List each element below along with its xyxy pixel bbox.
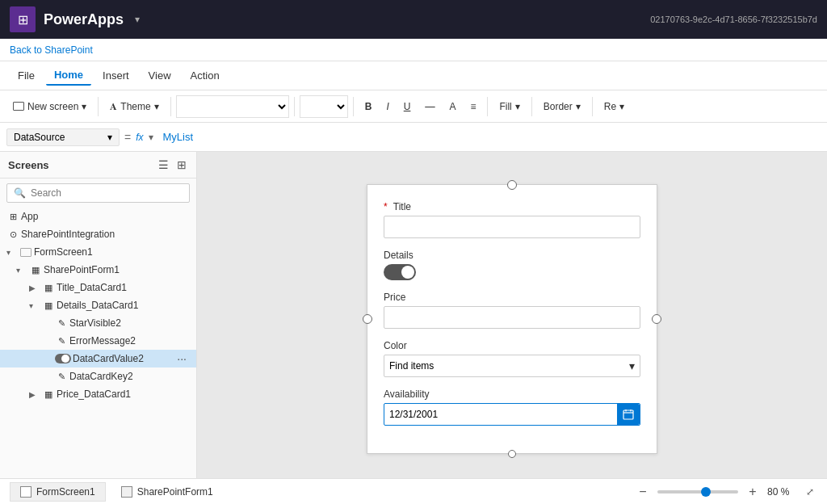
toolbar-sep-7 (592, 97, 593, 116)
align-button[interactable]: ≡ (464, 98, 482, 116)
sidebar-header: Screens ☰ ⊞ (0, 152, 196, 178)
formula-fx-button[interactable]: fx (136, 132, 143, 143)
datacardvalue2-context-menu[interactable]: ··· (174, 352, 190, 365)
color-dropdown[interactable]: Find items ▾ (384, 355, 640, 377)
canvas-area: * Title Details Price Color (197, 152, 827, 478)
screen-icon (13, 102, 24, 111)
availability-date-input[interactable] (384, 409, 617, 420)
formula-label-selector[interactable]: DataSource ▾ (6, 128, 120, 146)
zoom-minus-button[interactable]: − (635, 484, 651, 500)
formula-bar: DataSource ▾ = fx ▾ (0, 123, 827, 152)
sharepointform1-tab-icon (121, 486, 132, 498)
title-label: * Title (384, 201, 640, 212)
handle-bottom[interactable] (508, 450, 516, 458)
handle-left[interactable] (363, 314, 372, 324)
app-id: 02170763-9e2c-4d71-8656-7f3232515b7d (650, 15, 817, 24)
availability-label: Availability (384, 388, 640, 400)
title-input[interactable] (384, 216, 640, 238)
sidebar-item-errormessage2[interactable]: ▶ ✎ ErrorMessage2 (0, 332, 196, 350)
sidebar-item-app[interactable]: ⊞ App (0, 208, 196, 225)
sidebar-label-datacardkey2: DataCardKey2 (69, 371, 133, 382)
sidebar-item-title-datacard1[interactable]: ▶ ▦ Title_DataCard1 (0, 279, 196, 296)
apps-grid-button[interactable]: ⊞ (10, 6, 36, 32)
fit-screen-button[interactable]: ⤢ (803, 484, 817, 500)
toggle-icon-datacardvalue2 (55, 354, 71, 363)
toolbar-sep-5 (487, 97, 488, 116)
sidebar-label-starvisible2: StarVisible2 (69, 317, 121, 329)
fill-chevron: ▾ (515, 101, 520, 112)
sidebar-item-datacardvalue2[interactable]: ▶ DataCardValue2 ··· (0, 350, 196, 368)
fill-button[interactable]: Fill ▾ (493, 98, 526, 116)
zoom-plus-button[interactable]: + (745, 484, 761, 500)
details-datacard1-chevron: ▾ (29, 301, 40, 310)
theme-button[interactable]: 𝐀 Theme ▾ (103, 98, 165, 116)
menu-home[interactable]: Home (46, 65, 91, 86)
search-input[interactable] (31, 187, 183, 199)
sidebar-list-view-icon[interactable]: ☰ (157, 157, 170, 173)
calendar-icon-button[interactable] (617, 404, 640, 425)
sidebar-grid-view-icon[interactable]: ⊞ (175, 157, 188, 173)
color-label: Color (384, 340, 640, 351)
color-dropdown-arrow: ▾ (629, 359, 635, 372)
status-tab-sharepointform1[interactable]: SharePointForm1 (111, 482, 224, 502)
new-screen-button[interactable]: New screen ▾ (6, 98, 93, 116)
menu-action[interactable]: Action (183, 66, 228, 85)
border-button[interactable]: Border ▾ (537, 98, 587, 116)
font-color-button[interactable]: A (443, 98, 462, 116)
price-datacard1-chevron: ▶ (29, 390, 40, 399)
back-to-sharepoint-link[interactable]: Back to SharePoint (10, 44, 93, 56)
formula-input[interactable] (158, 131, 821, 143)
details-toggle[interactable] (384, 264, 416, 280)
sidebar-item-formscreen1[interactable]: ▾ FormScreen1 (0, 243, 196, 261)
sidebar-label-datacardvalue2: DataCardValue2 (73, 353, 144, 364)
availability-field-group: Availability (384, 388, 640, 426)
strikethrough-button[interactable]: — (418, 98, 441, 116)
sidebar-item-sharepointform1[interactable]: ▾ ▦ SharePointForm1 (0, 261, 196, 279)
app-title-chevron[interactable]: ▾ (135, 14, 140, 25)
pencil-icon-starvisible2: ✎ (55, 317, 68, 330)
menu-insert[interactable]: Insert (94, 66, 137, 85)
italic-button[interactable]: I (380, 98, 395, 116)
sidebar-label-title-datacard1: Title_DataCard1 (57, 282, 127, 293)
reorder-button[interactable]: Re ▾ (598, 98, 631, 116)
theme-icon: 𝐀 (110, 101, 117, 112)
bold-button[interactable]: B (359, 98, 379, 116)
zoom-slider[interactable] (657, 490, 738, 494)
border-chevron: ▾ (576, 101, 581, 112)
status-tab-formscreen1[interactable]: FormScreen1 (10, 482, 106, 502)
svg-rect-0 (623, 410, 633, 419)
sidebar-item-price-datacard1[interactable]: ▶ ▦ Price_DataCard1 (0, 385, 196, 403)
pencil-icon-errormessage2: ✎ (55, 334, 68, 347)
theme-chevron: ▾ (154, 101, 159, 112)
formscreen1-chevron: ▾ (6, 248, 18, 257)
menubar: File Home Insert View Action (0, 61, 827, 90)
sidebar-label-sharepointintegration: SharePointIntegration (21, 229, 115, 240)
list-icon-details-dc: ▦ (42, 299, 55, 312)
sidebar-item-starvisible2[interactable]: ▶ ✎ StarVisible2 (0, 314, 196, 332)
price-input[interactable] (384, 306, 640, 329)
list-icon-spform: ▦ (29, 263, 42, 276)
toolbar-sep-2 (170, 97, 171, 116)
handle-right[interactable] (652, 314, 661, 324)
font-family-select[interactable] (176, 95, 289, 118)
menu-view[interactable]: View (141, 66, 179, 85)
title-field-group: * Title (384, 201, 640, 238)
toolbar-sep-6 (531, 97, 532, 116)
formula-equals-sign: = (124, 131, 131, 144)
underline-button[interactable]: U (397, 98, 418, 116)
toggle-thumb (401, 266, 414, 279)
handle-top[interactable] (507, 180, 517, 190)
sharepoint-icon: ⊙ (6, 228, 19, 241)
sidebar-item-datacardkey2[interactable]: ▶ ✎ DataCardKey2 (0, 368, 196, 385)
formula-chevron[interactable]: ▾ (149, 132, 153, 143)
search-box: 🔍 (6, 183, 190, 203)
title-required-marker: * (384, 201, 388, 212)
font-size-select[interactable] (300, 95, 348, 118)
sidebar-item-details-datacard1[interactable]: ▾ ▦ Details_DataCard1 (0, 296, 196, 314)
sidebar-item-sharepointintegration[interactable]: ⊙ SharePointIntegration (0, 225, 196, 243)
search-icon: 🔍 (14, 187, 26, 199)
sidebar-title: Screens (8, 159, 49, 171)
menu-file[interactable]: File (10, 66, 43, 85)
new-screen-label: New screen (27, 101, 78, 112)
list-icon-price-dc: ▦ (42, 388, 55, 401)
